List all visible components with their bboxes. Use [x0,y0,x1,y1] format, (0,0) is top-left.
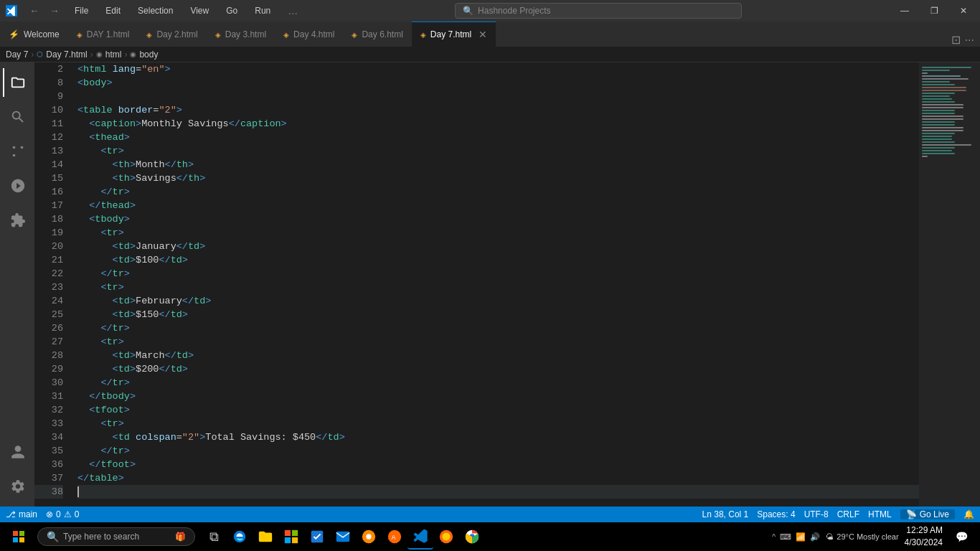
code-line-23: <tr> [77,281,919,294]
code-line-37: </table> [77,471,919,485]
taskbar-clock[interactable]: 12:29 AM 4/30/2024 [905,524,943,549]
split-editor-button[interactable]: ⊡ [951,33,961,47]
status-notification[interactable]: 🔔 [963,509,974,519]
warnings-icon: ⚠ [64,509,72,519]
tab-day7-close[interactable]: ✕ [479,29,487,40]
menu-go[interactable]: Go [220,3,243,19]
tab-day2-label: Day 2.html [156,29,197,39]
clock-time: 12:29 AM [905,524,943,537]
taskbar-notifications[interactable]: 💬 [948,524,974,550]
taskbar-firefox[interactable] [433,524,459,550]
nav-back-button[interactable]: ← [26,4,43,18]
activity-bar [0,62,34,507]
tray-network-icon[interactable]: 📶 [796,532,806,542]
tab-welcome-icon: ⚡ [9,29,19,39]
tab-day3[interactable]: ◈ Day 3.html [207,22,275,47]
taskbar-file-explorer[interactable] [253,524,278,550]
svg-point-1 [21,146,24,149]
status-git-branch[interactable]: ⎇ main [6,509,37,519]
status-line-ending[interactable]: CRLF [837,509,859,519]
tab-welcome-label: Welcome [24,29,60,39]
taskbar-app8[interactable]: A [382,524,407,550]
taskbar-chrome[interactable] [459,524,485,550]
weather-icon: 🌤 [826,532,834,541]
tray-keyboard-icon[interactable]: ⌨ [780,532,791,542]
breadcrumb-file[interactable]: Day 7.html [46,50,87,60]
activity-files[interactable] [3,68,32,97]
taskbar-music[interactable] [356,524,382,550]
search-text: Hashnode Projects [478,6,550,16]
taskbar-todo[interactable] [304,524,330,550]
more-actions-button[interactable]: ··· [965,34,974,47]
tab-day4-icon: ◈ [283,31,289,39]
menu-edit[interactable]: Edit [100,3,126,19]
activity-run-debug[interactable] [3,171,32,200]
title-bar: ← → File Edit Selection View Go Run … 🔍 … [0,0,980,22]
menu-file[interactable]: File [69,3,94,19]
editor-area[interactable]: 2891011 1213141516 1718192021 2223242526… [34,62,980,507]
taskbar-right: ^ ⌨ 📶 🔊 🌤 29°C Mostly clear 12:29 AM 4/3… [772,524,974,550]
minimize-button[interactable]: — [893,3,916,19]
status-spaces[interactable]: Spaces: 4 [757,509,795,519]
code-line-18: <tbody> [77,212,919,226]
git-branch-icon: ⎇ [6,509,16,519]
tab-day2-icon: ◈ [146,31,152,39]
menu-run[interactable]: Run [249,3,276,19]
code-line-25: <td>$150</td> [77,308,919,321]
activity-extensions[interactable] [3,206,32,235]
taskbar-mail[interactable] [330,524,356,550]
restore-button[interactable]: ❐ [923,3,946,19]
taskbar-task-view[interactable]: ⧉ [201,524,227,550]
tab-day7[interactable]: ◈ Day 7.html ✕ [412,22,496,47]
activity-settings[interactable] [3,472,32,501]
activity-accounts[interactable] [3,438,32,466]
activity-source-control[interactable] [3,137,32,166]
menu-view[interactable]: View [184,3,215,19]
code-line-36: </tfoot> [77,458,919,471]
status-go-live[interactable]: 📡 Go Live [900,509,955,519]
title-search-bar[interactable]: 🔍 Hashnode Projects [455,3,742,19]
status-position[interactable]: Ln 38, Col 1 [702,509,749,519]
taskbar-edge[interactable] [227,524,253,550]
clock-date: 4/30/2024 [905,537,943,549]
status-errors[interactable]: ⊗ 0 ⚠ 0 [46,509,79,519]
code-content[interactable]: <html lang="en"> <body> <table border="2… [70,62,919,507]
taskbar-search-bar[interactable]: 🔍 Type here to search 🎁 [37,527,195,546]
code-line-30: </tr> [77,376,919,390]
code-line-17: </thead> [77,199,919,212]
tab-bar-actions: ⊡ ··· [946,33,980,47]
git-branch-name: main [19,509,37,519]
code-line-10: <table border="2"> [77,103,919,117]
nav-forward-button[interactable]: → [46,4,63,18]
activity-search[interactable] [3,103,32,131]
status-language[interactable]: HTML [868,509,892,519]
tab-day1[interactable]: ◈ DAY 1.html [68,22,138,47]
tab-day6[interactable]: ◈ Day 6.html [343,22,411,47]
svg-rect-10 [292,537,298,543]
taskbar-weather[interactable]: 🌤 29°C Mostly clear [826,532,898,541]
start-button[interactable] [6,524,32,550]
menu-selection[interactable]: Selection [132,3,179,19]
title-bar-left: ← → File Edit Selection View Go Run … [6,2,303,19]
position-text: Ln 38, Col 1 [702,509,749,519]
breadcrumb-body-icon: ◉ [130,50,136,58]
taskbar-store[interactable] [278,524,304,550]
status-encoding[interactable]: UTF-8 [804,509,829,519]
code-editor[interactable]: 2891011 1213141516 1718192021 2223242526… [34,62,919,507]
tray-arrow-icon[interactable]: ^ [772,532,776,541]
breadcrumb-html[interactable]: html [105,50,122,60]
tab-day2[interactable]: ◈ Day 2.html [138,22,206,47]
tab-day4[interactable]: ◈ Day 4.html [275,22,343,47]
taskbar-vscode[interactable] [407,524,433,550]
minimap-content [919,62,980,507]
tab-welcome[interactable]: ⚡ Welcome [0,22,68,47]
breadcrumb-body[interactable]: body [139,50,158,60]
status-bar: ⎇ main ⊗ 0 ⚠ 0 Ln 38, Col 1 Spaces: 4 UT… [0,507,980,522]
tray-speaker-icon[interactable]: 🔊 [810,532,820,542]
breadcrumb-day7[interactable]: Day 7 [6,50,28,60]
code-line-12: <thead> [77,131,919,144]
close-button[interactable]: ✕ [953,3,974,19]
menu-more[interactable]: … [282,2,303,19]
search-input-display[interactable]: 🔍 Hashnode Projects [455,3,742,19]
code-line-29: <td>$200</td> [77,362,919,376]
